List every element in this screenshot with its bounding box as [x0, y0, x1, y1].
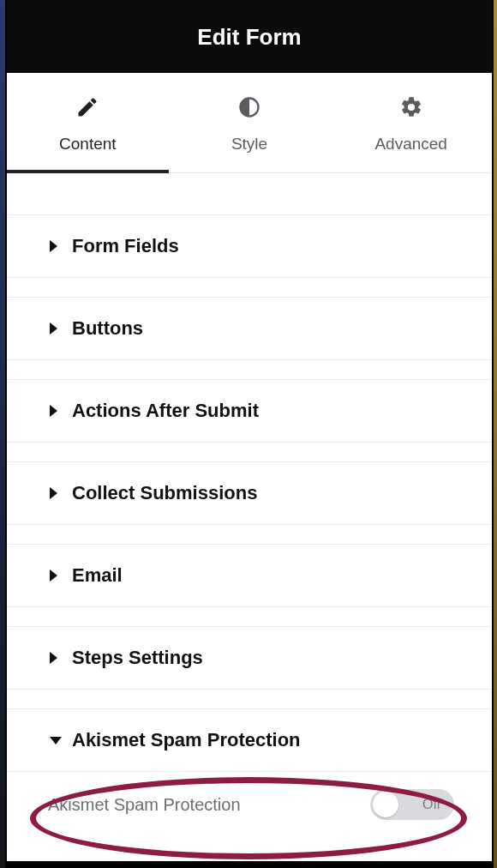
chevron-right-icon — [50, 405, 57, 417]
tab-style[interactable]: Style — [169, 73, 331, 172]
chevron-right-icon — [50, 240, 57, 252]
left-edge-decor — [0, 0, 5, 868]
chevron-right-icon — [50, 322, 57, 335]
accordion: Form Fields Buttons Actions After Submit… — [7, 173, 492, 835]
chevron-down-icon — [50, 737, 62, 744]
tab-label: Content — [59, 135, 117, 154]
editor-panel: Edit Form Content Style Advanced — [7, 0, 492, 861]
tab-advanced[interactable]: Advanced — [330, 73, 492, 172]
section-collect-submissions[interactable]: Collect Submissions — [7, 461, 492, 525]
section-label: Email — [48, 564, 123, 587]
section-form-fields[interactable]: Form Fields — [7, 214, 492, 278]
section-label: Actions After Submit — [48, 400, 259, 422]
spacer — [7, 173, 492, 214]
tab-bar: Content Style Advanced — [7, 73, 492, 173]
panel-title: Edit Form — [197, 24, 301, 50]
section-actions-after-submit[interactable]: Actions After Submit — [7, 379, 492, 443]
section-steps-settings[interactable]: Steps Settings — [7, 626, 492, 690]
section-label: Collect Submissions — [48, 482, 257, 504]
chevron-right-icon — [50, 652, 57, 664]
section-label: Buttons — [48, 317, 143, 340]
gear-icon — [399, 95, 423, 119]
chevron-right-icon — [50, 487, 57, 499]
tab-label: Style — [231, 135, 267, 154]
section-label: Form Fields — [48, 235, 179, 257]
section-akismet-spam-protection[interactable]: Akismet Spam Protection — [7, 708, 492, 772]
tab-content[interactable]: Content — [7, 73, 169, 172]
section-buttons[interactable]: Buttons — [7, 297, 492, 360]
chevron-right-icon — [50, 570, 57, 582]
panel-body: Form Fields Buttons Actions After Submit… — [7, 173, 492, 861]
contrast-icon — [237, 95, 261, 119]
toggle-state: Off — [422, 797, 440, 812]
tab-label: Advanced — [374, 135, 447, 154]
section-email[interactable]: Email — [7, 544, 492, 607]
setting-label: Akismet Spam Protection — [48, 795, 241, 815]
section-label: Akismet Spam Protection — [48, 729, 301, 751]
akismet-toggle[interactable]: Off — [370, 789, 454, 820]
right-edge-decor — [494, 0, 497, 868]
panel-header: Edit Form — [7, 0, 492, 73]
section-label: Steps Settings — [48, 647, 203, 669]
toggle-knob — [373, 792, 398, 817]
section-content-akismet: Akismet Spam Protection Off — [7, 772, 492, 835]
pencil-icon — [75, 95, 99, 119]
